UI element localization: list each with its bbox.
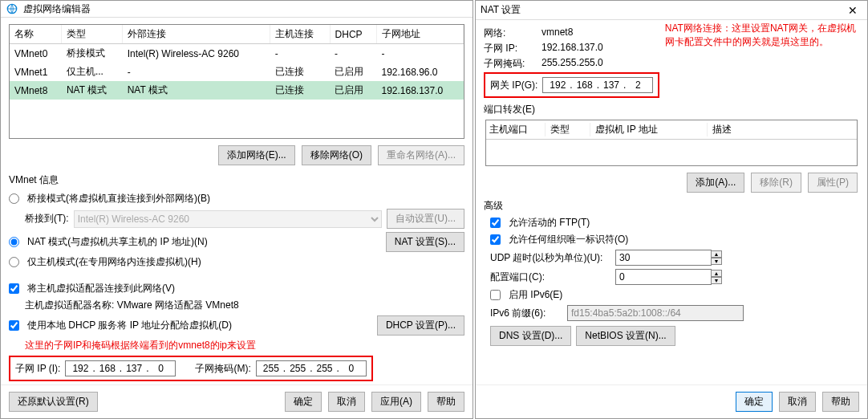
gateway-ip-input[interactable]: 192. 168. 137. 2 — [542, 77, 653, 93]
ftp-label: 允许活动的 FTP(T) — [509, 216, 590, 230]
hostonly-radio[interactable] — [9, 257, 19, 267]
help-button-right[interactable]: 帮助 — [822, 392, 859, 412]
mask-label: 子网掩码: — [484, 57, 541, 71]
bridged-radio[interactable] — [9, 193, 19, 204]
vmnet-table[interactable]: 名称类型外部连接主机连接DHCP子网地址VMnet0桥接模式Intel(R) W… — [9, 24, 464, 139]
table-row[interactable]: VMnet8NAT 模式NAT 模式已连接已启用192.168.137.0 — [10, 81, 464, 100]
left-titlebar: 虚拟网络编辑器 — [1, 1, 473, 18]
chevron-down-icon[interactable]: ▼ — [711, 277, 722, 284]
pf-remove-button[interactable]: 移除(R) — [751, 173, 801, 193]
connect-host-label: 将主机虚拟适配器连接到此网络(V) — [27, 282, 175, 295]
ok-button-right[interactable]: 确定 — [736, 392, 773, 412]
cancel-button-left[interactable]: 取消 — [328, 392, 365, 412]
oui-label: 允许任何组织唯一标识符(O) — [509, 233, 628, 246]
oui-checkbox[interactable] — [490, 234, 501, 245]
chevron-up-icon[interactable]: ▲ — [711, 270, 722, 277]
pf-col-vmip: 虚拟机 IP 地址 — [595, 123, 708, 136]
right-titlebar: NAT 设置 ✕ — [476, 1, 867, 20]
advanced-label: 高级 — [484, 199, 859, 213]
table-cell: 已连接 — [270, 81, 330, 100]
apply-button-left[interactable]: 应用(A) — [371, 392, 421, 412]
bridged-to-label: 桥接到(T): — [25, 212, 69, 226]
restore-defaults-button[interactable]: 还原默认设置(R) — [9, 392, 98, 412]
table-cell: Intel(R) Wireless-AC 9260 — [123, 44, 270, 63]
mask-value: 255.255.255.0 — [541, 57, 603, 71]
table-cell: NAT 模式 — [62, 81, 123, 100]
bridged-label: 桥接模式(将虚拟机直接连接到外部网络)(B) — [27, 192, 210, 205]
help-button-left[interactable]: 帮助 — [428, 392, 464, 412]
auto-settings-button[interactable]: 自动设置(U)... — [387, 209, 464, 229]
chevron-up-icon[interactable]: ▲ — [711, 250, 722, 258]
right-red-annotation-2: 网卡配置文件中的网关就是填这里的。 — [665, 35, 856, 49]
cancel-button-right[interactable]: 取消 — [779, 392, 816, 412]
subnet-mask-label: 子网掩码(M): — [195, 362, 250, 376]
network-icon — [6, 2, 18, 15]
pf-col-type: 类型 — [550, 123, 590, 136]
nat-label: NAT 模式(与虚拟机共享主机的 IP 地址)(N) — [27, 235, 208, 249]
table-header[interactable]: 外部连接 — [123, 25, 270, 44]
table-cell: 桥接模式 — [62, 44, 123, 63]
table-cell: NAT 模式 — [123, 81, 270, 100]
table-cell: 仅主机... — [62, 63, 123, 81]
pf-col-desc: 描述 — [712, 123, 849, 136]
connect-host-checkbox[interactable] — [9, 283, 19, 294]
netbios-settings-button[interactable]: NetBIOS 设置(N)... — [576, 326, 675, 346]
table-cell: - — [123, 63, 270, 81]
nat-radio[interactable] — [9, 237, 19, 247]
dns-settings-button[interactable]: DNS 设置(D)... — [490, 326, 571, 346]
bridged-adapter-select[interactable]: Intel(R) Wireless-AC 9260 — [74, 210, 383, 228]
right-window-title: NAT 设置 — [481, 3, 843, 17]
table-header[interactable]: DHCP — [330, 25, 376, 44]
nat-settings-button[interactable]: NAT 设置(S)... — [386, 232, 464, 252]
table-header[interactable]: 名称 — [10, 25, 62, 44]
table-cell: - — [376, 44, 463, 63]
host-adapter-name: 主机虚拟适配器名称: VMware 网络适配器 VMnet8 — [25, 299, 239, 312]
subnet-mask-input[interactable]: 255. 255. 255. 0 — [256, 360, 367, 376]
nat-settings-window: NAT 设置 ✕ NAT网络连接：这里设置NAT网关，在虚拟机 网卡配置文件中的… — [475, 0, 868, 419]
port-forward-table[interactable]: 主机端口 类型 虚拟机 IP 地址 描述 — [485, 120, 858, 166]
chevron-down-icon[interactable]: ▼ — [711, 258, 722, 265]
dhcp-settings-button[interactable]: DHCP 设置(P)... — [377, 315, 464, 336]
table-cell: VMnet1 — [10, 63, 62, 81]
table-header[interactable]: 类型 — [62, 25, 123, 44]
remove-network-button[interactable]: 移除网络(O) — [302, 145, 371, 165]
udp-timeout-label: UDP 超时(以秒为单位)(U): — [490, 251, 610, 265]
table-header[interactable]: 主机连接 — [270, 25, 330, 44]
table-cell: - — [270, 44, 330, 63]
table-cell: VMnet0 — [10, 44, 62, 63]
ipv6-prefix-input[interactable] — [567, 305, 744, 321]
use-dhcp-label: 使用本地 DHCP 服务将 IP 地址分配给虚拟机(D) — [27, 319, 232, 332]
table-header[interactable]: 子网地址 — [376, 25, 463, 44]
table-cell: - — [330, 44, 376, 63]
subnet-ip-input[interactable]: 192. 168. 137. 0 — [65, 360, 176, 376]
network-label: 网络: — [484, 26, 541, 40]
hostonly-label: 仅主机模式(在专用网络内连接虚拟机)(H) — [27, 255, 201, 269]
config-port-spinner[interactable]: ▲▼ — [615, 269, 722, 285]
table-row[interactable]: VMnet0桥接模式Intel(R) Wireless-AC 9260--- — [10, 44, 464, 63]
ftp-checkbox[interactable] — [490, 218, 501, 228]
pf-props-button[interactable]: 属性(P) — [808, 173, 858, 193]
close-icon[interactable]: ✕ — [843, 4, 862, 17]
gateway-label: 网关 IP(G): — [490, 79, 537, 92]
udp-timeout-input[interactable] — [615, 250, 712, 266]
table-row[interactable]: VMnet1仅主机...-已连接已启用192.168.96.0 — [10, 63, 464, 81]
subnet-value: 192.168.137.0 — [541, 42, 603, 55]
ipv6-checkbox[interactable] — [490, 290, 501, 300]
left-red-annotation: 这里的子网IP和掩码根据终端看到的vmnet8的ip来设置 — [9, 339, 464, 352]
table-cell: 已启用 — [330, 81, 376, 100]
ipv6-prefix-label: IPv6 前缀(6): — [490, 307, 562, 320]
udp-timeout-spinner[interactable]: ▲▼ — [615, 250, 722, 266]
table-cell: VMnet8 — [10, 81, 62, 100]
right-red-annotation-1: NAT网络连接：这里设置NAT网关，在虚拟机 — [665, 22, 856, 35]
add-network-button[interactable]: 添加网络(E)... — [218, 145, 295, 165]
network-value: vmnet8 — [541, 26, 573, 40]
rename-network-button[interactable]: 重命名网络(A)... — [378, 145, 464, 165]
use-dhcp-checkbox[interactable] — [9, 320, 19, 331]
virtual-network-editor-window: 虚拟网络编辑器 名称类型外部连接主机连接DHCP子网地址VMnet0桥接模式In… — [0, 0, 473, 419]
pf-add-button[interactable]: 添加(A)... — [687, 173, 744, 193]
table-cell: 已连接 — [270, 63, 330, 81]
table-cell: 已启用 — [330, 63, 376, 81]
ok-button-left[interactable]: 确定 — [285, 392, 322, 412]
table-cell: 192.168.96.0 — [376, 63, 463, 81]
config-port-input[interactable] — [615, 269, 712, 285]
